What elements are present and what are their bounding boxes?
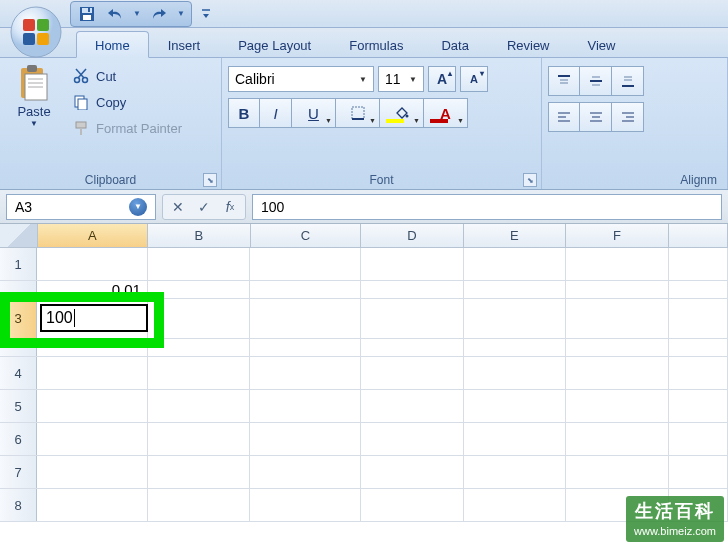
column-header-e[interactable]: E — [464, 224, 567, 247]
cell[interactable] — [464, 390, 567, 422]
row-header-1[interactable]: 1 — [0, 248, 37, 280]
cancel-edit-button[interactable]: ✕ — [169, 198, 187, 216]
cell[interactable] — [669, 390, 728, 422]
cell[interactable] — [464, 299, 567, 338]
cell[interactable] — [148, 423, 251, 455]
cell[interactable] — [464, 339, 567, 356]
cell[interactable] — [250, 339, 360, 356]
cell[interactable] — [361, 390, 464, 422]
cell[interactable] — [361, 299, 464, 338]
cut-button[interactable]: Cut — [68, 66, 186, 86]
redo-button[interactable] — [149, 4, 169, 24]
cell[interactable] — [669, 299, 728, 338]
cell[interactable] — [148, 281, 251, 298]
align-middle-button[interactable] — [580, 66, 612, 96]
tab-page-layout[interactable]: Page Layout — [219, 31, 330, 58]
row-header-8[interactable]: 8 — [0, 489, 37, 521]
cell[interactable] — [361, 357, 464, 389]
row-header-6[interactable]: 6 — [0, 423, 37, 455]
column-header-c[interactable]: C — [251, 224, 361, 247]
cell[interactable] — [250, 423, 360, 455]
align-center-button[interactable] — [580, 102, 612, 132]
cell[interactable] — [361, 281, 464, 298]
clipboard-dialog-launcher[interactable]: ⬊ — [203, 173, 217, 187]
tab-formulas[interactable]: Formulas — [330, 31, 422, 58]
tab-view[interactable]: View — [569, 31, 635, 58]
align-right-button[interactable] — [612, 102, 644, 132]
cell[interactable] — [566, 299, 669, 338]
active-cell-editor[interactable]: 100 — [40, 304, 148, 332]
font-name-selector[interactable]: Calibri ▼ — [228, 66, 374, 92]
cell[interactable] — [250, 456, 360, 488]
column-header-g[interactable] — [669, 224, 728, 247]
cell[interactable] — [464, 357, 567, 389]
cell[interactable] — [361, 456, 464, 488]
cell[interactable] — [250, 357, 360, 389]
confirm-edit-button[interactable]: ✓ — [195, 198, 213, 216]
fill-color-button[interactable]: ▼ — [380, 98, 424, 128]
cell[interactable] — [669, 339, 728, 356]
font-color-button[interactable]: A ▼ — [424, 98, 468, 128]
tab-insert[interactable]: Insert — [149, 31, 220, 58]
cell[interactable]: 0.01 — [37, 281, 147, 298]
cell[interactable] — [566, 339, 669, 356]
cell[interactable] — [37, 423, 147, 455]
cell[interactable] — [669, 281, 728, 298]
cell[interactable] — [361, 248, 464, 280]
undo-dropdown-icon[interactable]: ▼ — [133, 9, 141, 18]
shrink-font-button[interactable]: A▾ — [460, 66, 488, 92]
select-all-corner[interactable] — [0, 224, 38, 247]
cell[interactable] — [464, 281, 567, 298]
qat-customize-icon[interactable] — [200, 4, 212, 24]
cell[interactable] — [361, 489, 464, 521]
cell[interactable] — [361, 339, 464, 356]
cell[interactable] — [250, 299, 360, 338]
row-header-3[interactable]: 3 — [0, 299, 37, 338]
name-box-dropdown-icon[interactable]: ▼ — [129, 198, 147, 216]
cell[interactable] — [37, 357, 147, 389]
italic-button[interactable]: I — [260, 98, 292, 128]
cell[interactable] — [566, 281, 669, 298]
cell[interactable] — [669, 456, 728, 488]
copy-button[interactable]: Copy — [68, 92, 186, 112]
redo-dropdown-icon[interactable]: ▼ — [177, 9, 185, 18]
cell[interactable] — [669, 357, 728, 389]
font-size-selector[interactable]: 11 ▼ — [378, 66, 424, 92]
cell[interactable] — [37, 456, 147, 488]
cell[interactable] — [148, 390, 251, 422]
cell[interactable] — [464, 489, 567, 521]
cell[interactable] — [250, 390, 360, 422]
cell[interactable] — [37, 339, 147, 356]
row-header[interactable] — [0, 339, 37, 356]
column-header-d[interactable]: D — [361, 224, 464, 247]
bold-button[interactable]: B — [228, 98, 260, 128]
cell[interactable] — [669, 423, 728, 455]
save-button[interactable] — [77, 4, 97, 24]
border-button[interactable]: ▼ — [336, 98, 380, 128]
undo-button[interactable] — [105, 4, 125, 24]
column-header-a[interactable]: A — [38, 224, 148, 247]
cell[interactable] — [148, 299, 251, 338]
cell[interactable] — [250, 281, 360, 298]
cell[interactable] — [464, 248, 567, 280]
row-header-4[interactable]: 4 — [0, 357, 37, 389]
cell[interactable] — [464, 423, 567, 455]
formula-input[interactable]: 100 — [252, 194, 722, 220]
column-header-b[interactable]: B — [148, 224, 251, 247]
row-header-5[interactable]: 5 — [0, 390, 37, 422]
cell[interactable] — [566, 248, 669, 280]
cell[interactable] — [669, 248, 728, 280]
column-header-f[interactable]: F — [566, 224, 669, 247]
paste-button[interactable]: Paste ▼ — [6, 62, 62, 171]
underline-button[interactable]: U▼ — [292, 98, 336, 128]
tab-data[interactable]: Data — [422, 31, 487, 58]
row-header-7[interactable]: 7 — [0, 456, 37, 488]
cell[interactable] — [361, 423, 464, 455]
grow-font-button[interactable]: A▴ — [428, 66, 456, 92]
cell[interactable] — [566, 357, 669, 389]
cell[interactable] — [250, 489, 360, 521]
tab-review[interactable]: Review — [488, 31, 569, 58]
font-dialog-launcher[interactable]: ⬊ — [523, 173, 537, 187]
cell[interactable] — [566, 390, 669, 422]
cell[interactable] — [148, 248, 251, 280]
